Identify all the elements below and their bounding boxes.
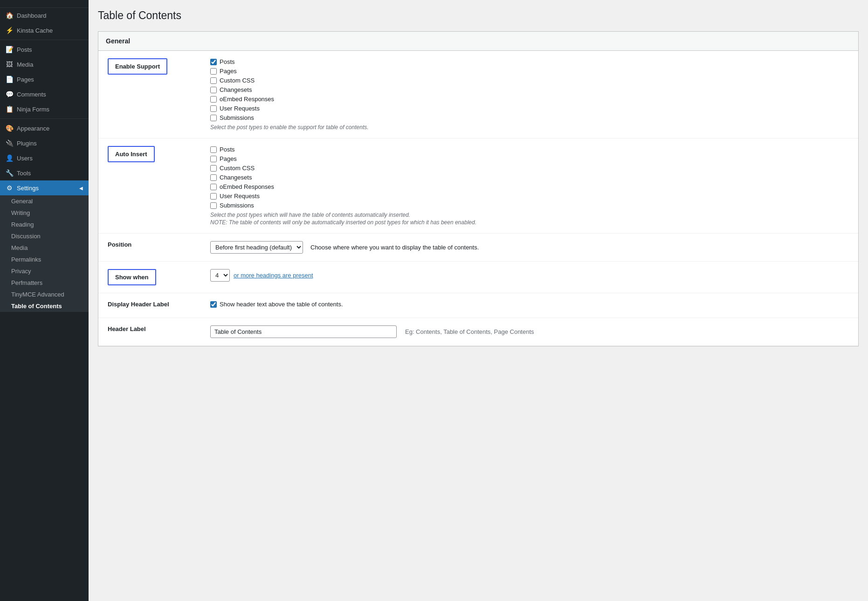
sidebar-submenu-permalinks[interactable]: Permalinks [0,254,89,265]
sidebar-item-settings[interactable]: ⚙ Settings ◀ [0,180,89,195]
sidebar-item-users[interactable]: 👤 Users [0,151,89,166]
sidebar: 🏠 Dashboard ⚡ Kinsta Cache 📝 Posts 🖼 Med… [0,0,89,601]
sidebar-submenu-tinymce[interactable]: TinyMCE Advanced [0,289,89,300]
header-label-hint: Eg: Contents, Table of Contents, Page Co… [405,328,534,335]
kinsta-icon: ⚡ [6,27,13,34]
show-when-label: Show when [108,269,156,285]
sidebar-item-tools[interactable]: 🔧 Tools [0,166,89,180]
header-label-input[interactable] [210,325,397,338]
auto-insert-note: NOTE: The table of contents will only be… [210,219,849,226]
pages-icon: 📄 [6,76,13,83]
ai-submissions-checkbox[interactable] [210,202,217,209]
display-header-checkbox[interactable] [210,301,217,308]
enable-pages-row: Pages [210,68,849,75]
show-when-inline-group: 1 2 3 4 5 6 or more headings are present [210,269,849,282]
sidebar-item-kinsta-cache[interactable]: ⚡ Kinsta Cache [0,23,89,38]
enable-submissions-checkbox[interactable] [210,115,217,121]
ai-pages-row: Pages [210,155,849,162]
enable-pages-label[interactable]: Pages [220,68,237,75]
sidebar-submenu-media[interactable]: Media [0,242,89,254]
ai-custom-css-label[interactable]: Custom CSS [220,165,255,172]
ai-posts-checkbox[interactable] [210,146,217,153]
enable-changesets-checkbox[interactable] [210,87,217,93]
show-when-select[interactable]: 1 2 3 4 5 6 [210,269,230,282]
sidebar-submenu-discussion[interactable]: Discussion [0,230,89,242]
position-inline-group: Before first heading (default) After fir… [210,241,849,254]
enable-submissions-row: Submissions [210,114,849,121]
sidebar-item-posts[interactable]: 📝 Posts [0,42,89,57]
enable-posts-checkbox[interactable] [210,59,217,65]
sidebar-item-plugins[interactable]: 🔌 Plugins [0,136,89,151]
ai-posts-label[interactable]: Posts [220,146,235,153]
enable-oembed-checkbox[interactable] [210,96,217,103]
enable-user-requests-checkbox[interactable] [210,105,217,112]
ai-posts-row: Posts [210,146,849,153]
appearance-icon: 🎨 [6,124,13,132]
sidebar-header [0,0,89,8]
media-icon: 🖼 [6,61,13,68]
enable-support-options: Posts Pages Custom CSS Changesets [201,51,858,138]
enable-changesets-row: Changesets [210,86,849,93]
ai-submissions-label[interactable]: Submissions [220,202,254,209]
position-field: Before first heading (default) After fir… [201,234,858,262]
settings-card: General Enable Support Posts Pages [98,31,859,346]
display-header-field: Show header text above the table of cont… [201,293,858,318]
sidebar-submenu-reading[interactable]: Reading [0,219,89,230]
form-table: Enable Support Posts Pages Custom CSS [98,51,858,346]
ai-pages-label[interactable]: Pages [220,155,237,162]
enable-oembed-label[interactable]: oEmbed Responses [220,96,274,103]
enable-submissions-label[interactable]: Submissions [220,114,254,121]
show-when-label-cell: Show when [98,262,201,293]
sidebar-item-appearance[interactable]: 🎨 Appearance [0,121,89,136]
display-header-description[interactable]: Show header text above the table of cont… [220,301,343,308]
ai-changesets-row: Changesets [210,174,849,181]
enable-custom-css-label[interactable]: Custom CSS [220,77,255,84]
sidebar-submenu-privacy[interactable]: Privacy [0,265,89,277]
ai-oembed-label[interactable]: oEmbed Responses [220,183,274,190]
main-content: Table of Contents General Enable Support… [89,0,868,601]
sidebar-item-pages[interactable]: 📄 Pages [0,72,89,87]
sidebar-item-dashboard[interactable]: 🏠 Dashboard [0,8,89,23]
ai-user-requests-row: User Requests [210,193,849,200]
ai-changesets-checkbox[interactable] [210,174,217,181]
sidebar-item-ninja-forms[interactable]: 📋 Ninja Forms [0,102,89,117]
auto-insert-row: Auto Insert Posts Pages Custom CSS [98,138,858,234]
plugins-icon: 🔌 [6,139,13,147]
ai-custom-css-row: Custom CSS [210,165,849,172]
position-label: Position [98,234,201,262]
enable-custom-css-row: Custom CSS [210,77,849,84]
sidebar-item-comments[interactable]: 💬 Comments [0,87,89,102]
ai-submissions-row: Submissions [210,202,849,209]
sidebar-submenu-toc[interactable]: Table of Contents [0,300,89,312]
position-row: Position Before first heading (default) … [98,234,858,262]
ai-oembed-checkbox[interactable] [210,184,217,190]
sidebar-divider-2 [0,118,89,119]
enable-support-description: Select the post types to enable the supp… [210,124,849,131]
ai-custom-css-checkbox[interactable] [210,165,217,172]
sidebar-item-media[interactable]: 🖼 Media [0,57,89,72]
settings-icon: ⚙ [6,184,13,192]
ai-user-requests-label[interactable]: User Requests [220,193,260,200]
settings-collapse-arrow: ◀ [79,186,83,191]
ai-user-requests-checkbox[interactable] [210,193,217,200]
position-select[interactable]: Before first heading (default) After fir… [210,241,303,254]
comments-icon: 💬 [6,90,13,98]
enable-user-requests-row: User Requests [210,105,849,112]
enable-changesets-label[interactable]: Changesets [220,86,252,93]
enable-pages-checkbox[interactable] [210,68,217,75]
enable-user-requests-label[interactable]: User Requests [220,105,260,112]
enable-posts-label[interactable]: Posts [220,58,235,65]
sidebar-submenu-general[interactable]: General [0,195,89,207]
ai-changesets-label[interactable]: Changesets [220,174,252,181]
display-header-label-cell: Display Header Label [98,293,201,318]
enable-custom-css-checkbox[interactable] [210,77,217,84]
sidebar-submenu-writing[interactable]: Writing [0,207,89,219]
enable-support-label: Enable Support [108,58,167,75]
ninja-forms-icon: 📋 [6,105,13,113]
enable-posts-row: Posts [210,58,849,65]
show-when-row: Show when 1 2 3 4 5 6 or more headings [98,262,858,293]
sidebar-submenu-perfmatters[interactable]: Perfmatters [0,277,89,289]
ai-pages-checkbox[interactable] [210,156,217,162]
sidebar-divider [0,40,89,40]
display-header-checkbox-row: Show header text above the table of cont… [210,301,849,308]
